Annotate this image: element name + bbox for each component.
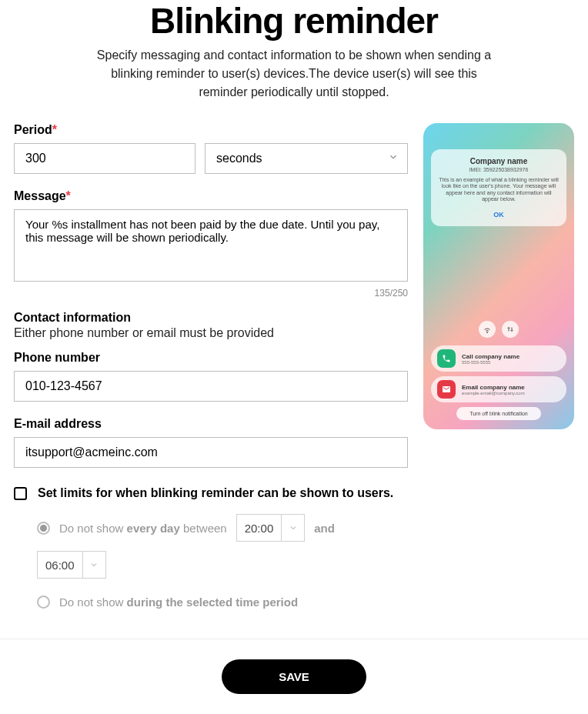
preview-call-row: Call company name 555-555-5555	[431, 345, 566, 372]
chevron-down-icon	[281, 515, 304, 541]
preview-imei: IMEI: 359225038932976	[436, 167, 562, 172]
radio-everyday[interactable]	[37, 522, 50, 535]
message-label: Message*	[14, 189, 408, 203]
phone-label: Phone number	[14, 351, 408, 365]
mail-icon	[437, 380, 456, 399]
save-button[interactable]: SAVE	[222, 659, 366, 694]
wifi-icon	[479, 321, 496, 338]
email-label: E-mail address	[14, 417, 408, 431]
period-label: Period*	[14, 123, 408, 137]
chevron-down-icon	[82, 552, 105, 578]
limits-checkbox[interactable]	[14, 487, 27, 500]
limits-label: Set limits for when blinking reminder ca…	[38, 486, 393, 500]
preview-ok: OK	[436, 211, 562, 219]
time-start-select[interactable]: 20:00	[236, 514, 306, 542]
radio-everyday-label: Do not show every day between	[59, 522, 227, 535]
preview-email-row: Email company name example.email@company…	[431, 376, 566, 402]
preview-body: This is an example of what a blinking re…	[436, 177, 562, 203]
svg-point-0	[487, 332, 488, 333]
and-label: and	[314, 522, 335, 535]
contact-header: Contact information	[14, 311, 408, 325]
contact-sub: Either phone number or email must be pro…	[14, 326, 408, 340]
char-count: 135/250	[14, 288, 408, 299]
page-title: Blinking reminder	[0, 0, 588, 42]
phone-icon	[437, 349, 456, 368]
page-subtitle: Specify messaging and contact informatio…	[86, 46, 502, 102]
message-textarea[interactable]	[14, 209, 408, 282]
preview-turnoff: Turn off blink notification	[456, 407, 541, 420]
phone-preview: Company name IMEI: 359225038932976 This …	[423, 123, 574, 429]
radio-period[interactable]	[37, 596, 50, 609]
email-input[interactable]	[14, 437, 408, 468]
phone-input[interactable]	[14, 371, 408, 402]
unit-select[interactable]	[205, 143, 408, 174]
sort-icon	[502, 321, 519, 338]
preview-company: Company name	[436, 157, 562, 165]
time-end-select[interactable]: 06:00	[37, 551, 106, 579]
radio-period-label: Do not show during the selected time per…	[59, 596, 298, 609]
period-input[interactable]	[14, 143, 195, 174]
